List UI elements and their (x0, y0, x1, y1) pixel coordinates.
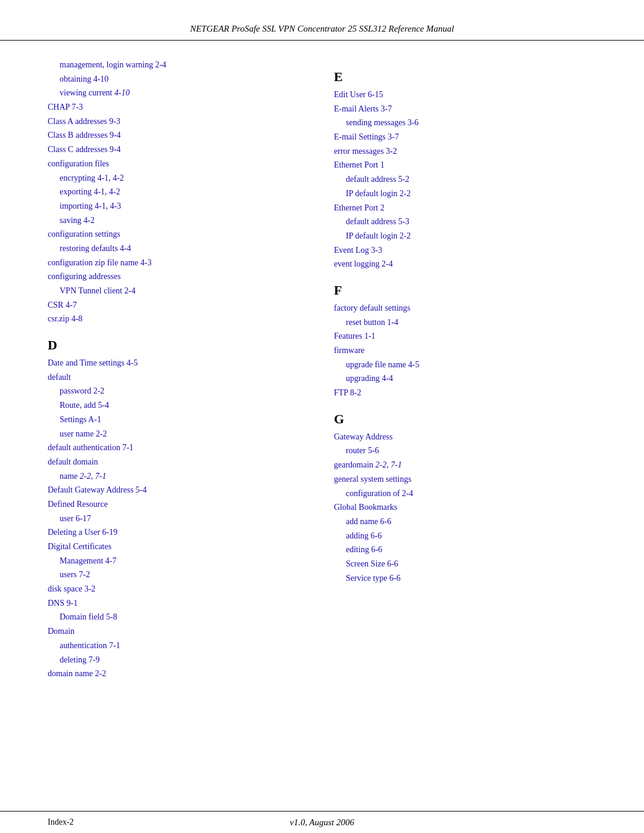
list-item: disk space 3-2 (48, 583, 310, 596)
list-item: Default Gateway Address 5-4 (48, 484, 310, 497)
list-item: Screen Size 6-6 (334, 558, 596, 571)
list-item: user 6-17 (48, 512, 310, 525)
list-item: obtaining 4-10 (48, 73, 310, 86)
list-item: default address 5-3 (334, 215, 596, 228)
list-item: FTP 8-2 (334, 386, 596, 400)
list-item: viewing current 4-10 (48, 86, 310, 100)
section-e-letter: E (334, 69, 596, 85)
list-item: Service type 6-6 (334, 572, 596, 585)
list-item: Global Bookmarks (334, 501, 596, 514)
list-item: csr.zip 4-8 (48, 312, 310, 326)
list-item: Deleting a User 6-19 (48, 526, 310, 539)
list-item: management, login warning 2-4 (48, 58, 310, 72)
list-item: adding 6-6 (334, 529, 596, 543)
list-item: encrypting 4-1, 4-2 (48, 172, 310, 185)
list-item: E-mail Alerts 3-7 (334, 103, 596, 116)
main-content: management, login warning 2-4 obtaining … (0, 41, 644, 811)
list-item: default domain (48, 456, 310, 469)
list-item: Class C addresses 9-4 (48, 143, 310, 156)
list-item: Edit User 6-15 (334, 88, 596, 101)
list-item: E-mail Settings 3-7 (334, 131, 596, 144)
list-item: IP default login 2-2 (334, 187, 596, 200)
list-item: configuration zip file name 4-3 (48, 256, 310, 270)
list-item: name 2-2, 7-1 (48, 470, 310, 483)
list-item: domain name 2-2 (48, 667, 310, 680)
list-item: router 5-6 (334, 444, 596, 457)
list-item: default authentication 7-1 (48, 441, 310, 454)
list-item: Class B addresses 9-4 (48, 129, 310, 142)
footer-index: Index-2 (48, 817, 74, 827)
list-item: CHAP 7-3 (48, 101, 310, 114)
list-item: users 7-2 (48, 568, 310, 581)
list-item: error messages 3-2 (334, 145, 596, 158)
list-item: CSR 4-7 (48, 299, 310, 312)
page-header: NETGEAR ProSafe SSL VPN Concentrator 25 … (0, 0, 644, 41)
list-item: restoring defaults 4-4 (48, 242, 310, 255)
list-item: geardomain 2-2, 7-1 (334, 459, 596, 472)
list-item: Management 4-7 (48, 555, 310, 568)
list-item: Digital Certificates (48, 540, 310, 553)
list-item: Settings A-1 (48, 413, 310, 426)
list-item: Route, add 5-4 (48, 399, 310, 412)
list-item: event logging 2-4 (334, 258, 596, 271)
page-footer: Index-2 v1.0, August 2006 (0, 811, 644, 833)
list-item: Date and Time settings 4-5 (48, 357, 310, 370)
list-item: upgrade file name 4-5 (334, 358, 596, 371)
page: NETGEAR ProSafe SSL VPN Concentrator 25 … (0, 0, 644, 833)
list-item: Event Log 3-3 (334, 244, 596, 257)
list-item: Ethernet Port 1 (334, 159, 596, 172)
list-item: factory default settings (334, 302, 596, 315)
list-item: authentication 7-1 (48, 639, 310, 652)
list-item: reset button 1-4 (334, 316, 596, 329)
list-item: configuration settings (48, 228, 310, 241)
section-f-letter: F (334, 283, 596, 298)
list-item: Domain field 5-8 (48, 611, 310, 624)
footer-version: v1.0, August 2006 (290, 817, 354, 828)
list-item: Gateway Address (334, 431, 596, 444)
list-item: upgrading 4-4 (334, 372, 596, 385)
list-item: saving 4-2 (48, 214, 310, 227)
list-item: default (48, 371, 310, 384)
list-item: Domain (48, 625, 310, 638)
list-item: add name 6-6 (334, 515, 596, 528)
list-item: general system settings (334, 473, 596, 486)
list-item: configuration of 2-4 (334, 487, 596, 500)
list-item: Class A addresses 9-3 (48, 115, 310, 128)
list-item: deleting 7-9 (48, 654, 310, 667)
list-item: Features 1-1 (334, 330, 596, 343)
section-d-letter: D (48, 337, 310, 353)
list-item: Defined Resource (48, 498, 310, 511)
right-column: E Edit User 6-15 E-mail Alerts 3-7 sendi… (334, 58, 596, 799)
list-item: VPN Tunnel client 2-4 (48, 284, 310, 298)
list-item: configuration files (48, 157, 310, 171)
list-item: Ethernet Port 2 (334, 202, 596, 215)
list-item: configuring addresses (48, 270, 310, 283)
list-item: importing 4-1, 4-3 (48, 200, 310, 213)
section-g-letter: G (334, 411, 596, 427)
list-item: DNS 9-1 (48, 597, 310, 610)
list-item: IP default login 2-2 (334, 230, 596, 243)
list-item: exporting 4-1, 4-2 (48, 185, 310, 199)
list-item: user name 2-2 (48, 428, 310, 441)
header-title: NETGEAR ProSafe SSL VPN Concentrator 25 … (190, 24, 454, 34)
list-item: editing 6-6 (334, 543, 596, 556)
list-item: password 2-2 (48, 385, 310, 398)
list-item: sending messages 3-6 (334, 116, 596, 129)
list-item: firmware (334, 344, 596, 357)
list-item: default address 5-2 (334, 173, 596, 186)
left-column: management, login warning 2-4 obtaining … (48, 58, 310, 799)
